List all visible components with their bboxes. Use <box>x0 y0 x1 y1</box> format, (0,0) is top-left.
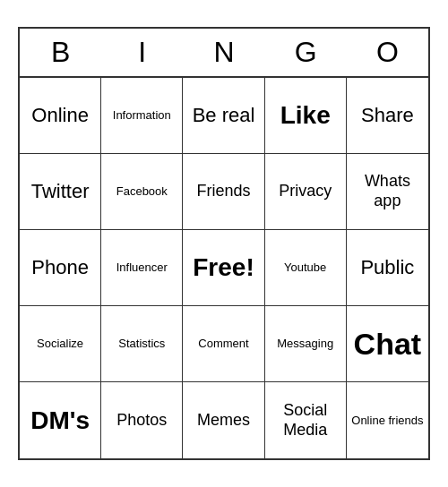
bingo-cell: Privacy <box>265 154 347 230</box>
cell-text: Chat <box>354 326 422 363</box>
cell-text: Influencer <box>116 261 168 275</box>
bingo-cell: Whats app <box>347 154 428 230</box>
cell-text: Photos <box>116 411 167 431</box>
bingo-cell: Chat <box>347 306 428 382</box>
bingo-cell: Share <box>347 78 428 154</box>
header-letter: O <box>347 29 428 76</box>
bingo-header: BINGO <box>20 29 428 78</box>
bingo-cell: Phone <box>20 230 101 306</box>
bingo-cell: Statistics <box>101 306 183 382</box>
cell-text: DM's <box>30 406 90 436</box>
bingo-cell: Information <box>101 78 183 154</box>
cell-text: Phone <box>31 256 89 279</box>
cell-text: Social Media <box>269 401 342 440</box>
cell-text: Like <box>280 100 331 131</box>
header-letter: B <box>20 29 101 76</box>
cell-text: Comment <box>198 337 248 351</box>
cell-text: Free! <box>193 252 254 283</box>
cell-text: Privacy <box>279 182 332 201</box>
cell-text: Friends <box>196 182 250 201</box>
cell-text: Share <box>361 104 414 127</box>
bingo-cell: Be real <box>183 78 264 154</box>
bingo-cell: Comment <box>183 306 264 382</box>
bingo-cell: Social Media <box>265 382 347 458</box>
cell-text: Online friends <box>351 414 423 428</box>
bingo-cell: Friends <box>183 154 264 230</box>
cell-text: Online <box>31 104 89 127</box>
bingo-cell: Like <box>265 78 347 154</box>
bingo-cell: Socialize <box>20 306 101 382</box>
cell-text: Messaging <box>277 337 333 351</box>
bingo-cell: Memes <box>183 382 264 458</box>
bingo-cell: Facebook <box>101 154 183 230</box>
bingo-card: BINGO OnlineInformationBe realLikeShareT… <box>18 27 430 460</box>
bingo-cell: DM's <box>20 382 101 458</box>
bingo-cell: Free! <box>183 230 264 306</box>
bingo-cell: Youtube <box>265 230 347 306</box>
bingo-cell: Twitter <box>20 154 101 230</box>
cell-text: Public <box>360 256 414 279</box>
header-letter: G <box>265 29 347 76</box>
cell-text: Facebook <box>116 184 168 199</box>
bingo-cell: Influencer <box>101 230 183 306</box>
cell-text: Twitter <box>31 180 90 203</box>
bingo-cell: Messaging <box>265 306 347 382</box>
cell-text: Information <box>113 108 171 123</box>
header-letter: I <box>101 29 183 76</box>
header-letter: N <box>183 29 264 76</box>
bingo-cell: Public <box>347 230 428 306</box>
bingo-cell: Photos <box>101 382 183 458</box>
bingo-cell: Online <box>20 78 101 154</box>
cell-text: Whats app <box>350 172 425 210</box>
cell-text: Statistics <box>118 337 165 351</box>
cell-text: Memes <box>197 411 250 431</box>
cell-text: Be real <box>193 104 255 127</box>
cell-text: Youtube <box>284 261 326 275</box>
cell-text: Socialize <box>37 337 83 351</box>
bingo-grid: OnlineInformationBe realLikeShareTwitter… <box>20 78 428 458</box>
bingo-cell: Online friends <box>347 382 428 458</box>
